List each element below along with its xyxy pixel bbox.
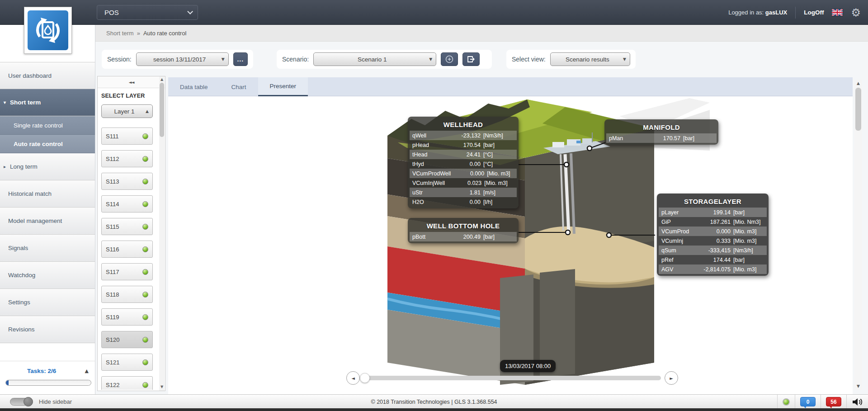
layer-item-s118[interactable]: S118 <box>101 286 153 303</box>
scroll-down-icon[interactable]: ▼ <box>159 385 165 389</box>
storagelayer-tooltip: STORAGELAYER pLayer199.14[bar] GiP187.26… <box>657 194 769 276</box>
layer-item-s111[interactable]: S111 <box>101 128 153 145</box>
sidebar-item-short-term[interactable]: ▾Short term <box>0 89 95 116</box>
view-select-value: Scenario results <box>566 56 609 63</box>
scrollbar-thumb[interactable] <box>855 88 861 131</box>
uk-flag-icon[interactable] <box>832 9 843 16</box>
tooltip-row: pBott200.49[bar] <box>410 232 517 241</box>
tooltip-title: STORAGELAYER <box>659 195 767 208</box>
next-icon: ► <box>670 376 673 381</box>
tasks-progress-fill <box>6 380 9 385</box>
layer-list-scrollbar[interactable]: ▲ ▼ <box>159 76 165 391</box>
footer: Hide sidebar © 2018 Transition Technolog… <box>0 394 868 408</box>
scenario-card: Scenario: Scenario 1 ▼ <box>277 50 492 69</box>
breadcrumb-separator: » <box>137 30 140 37</box>
tasks-count-label: Tasks: 2/6 <box>27 368 56 374</box>
view-select[interactable]: Scenario results ▼ <box>550 52 630 66</box>
sidebar-item-user-dashboard[interactable]: User dashboard <box>0 62 95 89</box>
status-led-icon <box>142 269 148 275</box>
tooltip-row: uStr1.81[m/s] <box>410 188 517 197</box>
sidebar-item-single-rate-control[interactable]: Single rate control <box>0 116 95 135</box>
timeline-next-button[interactable]: ► <box>665 371 678 385</box>
prev-icon: ◄ <box>351 376 355 381</box>
logoff-button[interactable]: LogOff <box>804 9 824 16</box>
tooltip-row: pHead170.54[bar] <box>410 140 517 150</box>
tab-chart[interactable]: Chart <box>220 77 258 96</box>
export-scenario-button[interactable] <box>462 52 480 66</box>
breadcrumb-current: Auto rate control <box>143 30 186 37</box>
app-module-select-value: POS <box>104 9 119 16</box>
status-led-icon <box>142 292 148 298</box>
notifications-badge-blue[interactable]: 0 <box>800 397 816 406</box>
layer-item-s121[interactable]: S121 <box>101 354 153 371</box>
tooltip-row: tHead24.41[°C] <box>410 150 517 159</box>
timeline-thumb[interactable] <box>360 373 370 383</box>
sidebar: User dashboard ▾Short term Single rate c… <box>0 25 95 394</box>
tooltip-row: pLayer199.14[bar] <box>659 208 767 217</box>
breadcrumb-parent[interactable]: Short term <box>106 30 134 37</box>
tooltip-row: qWell-23,132[Nm3/h] <box>410 131 517 140</box>
speaker-icon[interactable] <box>852 397 863 407</box>
session-label: Session: <box>107 56 132 63</box>
session-more-button[interactable]: ... <box>233 52 248 66</box>
gear-icon[interactable]: ⚙ <box>851 7 861 18</box>
layer-item-s117[interactable]: S117 <box>101 263 153 280</box>
scroll-up-icon[interactable]: ▲ <box>854 81 862 85</box>
alerts-badge-red[interactable]: 56 <box>826 397 841 406</box>
scenario-select-value: Scenario 1 <box>358 56 387 63</box>
tooltip-title: WELLHEAD <box>410 118 517 131</box>
layer-item-s114[interactable]: S114 <box>101 195 153 213</box>
timeline-datetime-label: 13/03/2017 08:00 <box>500 360 556 372</box>
session-select[interactable]: session 13/11/2017 ▼ <box>136 52 229 66</box>
timeline-track[interactable] <box>362 376 661 380</box>
page-scrollbar[interactable]: ▲ ▼ <box>854 80 862 390</box>
tasks-panel: Tasks: 2/6 ▲ <box>0 361 95 386</box>
scrollbar-thumb[interactable] <box>160 83 164 137</box>
layer-item-s115[interactable]: S115 <box>101 218 153 235</box>
layer-item-s119[interactable]: S119 <box>101 308 153 326</box>
dropdown-arrow-icon: ▼ <box>222 57 225 61</box>
sidebar-item-historical-match[interactable]: Historical match <box>0 180 95 208</box>
timeline-prev-button[interactable]: ◄ <box>346 371 360 385</box>
layer-select[interactable]: Layer 1 ▲ <box>101 104 153 118</box>
layer-item-s120[interactable]: S120 <box>101 331 153 348</box>
sidebar-item-signals[interactable]: Signals <box>0 235 95 262</box>
tooltip-title: MANIFOLD <box>606 121 717 133</box>
wellhead-tooltip: WELLHEAD qWell-23,132[Nm3/h] pHead170.54… <box>408 117 519 208</box>
tab-data-table[interactable]: Data table <box>168 77 220 96</box>
status-led-icon <box>142 201 148 207</box>
sidebar-item-revisions[interactable]: Revisions <box>0 316 95 343</box>
connection-status-led-icon[interactable] <box>783 398 790 406</box>
chevron-down-icon <box>187 9 193 14</box>
dropdown-arrow-up-icon: ▲ <box>146 109 149 113</box>
panel-collapse-button[interactable]: ◄◄ <box>98 76 165 88</box>
footer-divider <box>821 395 821 409</box>
export-icon <box>467 55 476 64</box>
tooltip-row: GiP187.261[Mio. Nm3] <box>659 217 767 227</box>
tooltip-row: tHyd0.00[°C] <box>410 159 517 169</box>
status-led-icon <box>142 156 148 162</box>
tab-presenter[interactable]: Presenter <box>258 77 308 96</box>
status-led-icon <box>142 314 148 320</box>
tasks-collapse-icon[interactable]: ▲ <box>85 368 89 374</box>
sidebar-item-auto-rate-control[interactable]: Auto rate control <box>0 135 95 153</box>
layer-item-s122[interactable]: S122 <box>101 376 153 390</box>
app-module-select[interactable]: POS <box>97 5 198 20</box>
add-scenario-button[interactable] <box>441 52 458 66</box>
sidebar-item-watchdog[interactable]: Watchdog <box>0 262 95 289</box>
logged-in-as-text: Logged in as: gasLUX <box>728 9 787 16</box>
layer-item-s116[interactable]: S116 <box>101 241 153 258</box>
scroll-up-icon[interactable]: ▲ <box>159 77 165 81</box>
layer-item-s113[interactable]: S113 <box>101 173 153 190</box>
collapse-left-icon: ◄◄ <box>129 80 134 85</box>
sidebar-item-settings[interactable]: Settings <box>0 289 95 316</box>
layer-item-s112[interactable]: S112 <box>101 150 153 167</box>
wellhead-anchor-dot <box>564 162 569 167</box>
sidebar-item-long-term[interactable]: ▸Long term <box>0 153 95 180</box>
tasks-progress-bar <box>5 380 91 386</box>
footer-divider <box>777 395 778 409</box>
scenario-select[interactable]: Scenario 1 ▼ <box>313 52 436 66</box>
scroll-down-icon[interactable]: ▼ <box>854 384 862 388</box>
footer-divider <box>846 395 847 409</box>
sidebar-item-model-management[interactable]: Model management <box>0 208 95 235</box>
